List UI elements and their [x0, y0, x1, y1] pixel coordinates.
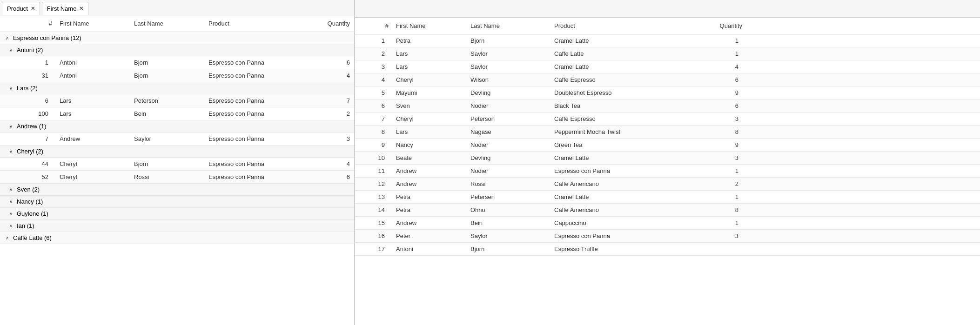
cell-num: 16	[355, 230, 392, 242]
cell-product: Cramel Latte	[550, 152, 690, 164]
cell-firstname: Petra	[392, 191, 467, 203]
cell-firstname: Antoni	[392, 243, 467, 255]
left-col-num: #	[0, 18, 56, 29]
cell-lastname: Peterson	[467, 113, 550, 125]
tab-product[interactable]: Product ✕	[2, 2, 40, 15]
tabs-bar: Product ✕ First Name ✕	[0, 0, 354, 15]
cell-quantity: 1	[690, 34, 746, 47]
cell-product: Espresso con Panna	[205, 171, 298, 183]
cell-product: Espresso con Panna	[205, 69, 298, 82]
cell-product: Green Tea	[550, 139, 690, 151]
cell-firstname: Peter	[392, 230, 467, 242]
subgroup-row-sven[interactable]: ∨ Sven (2)	[0, 184, 354, 196]
tab-firstname[interactable]: First Name ✕	[42, 2, 89, 15]
tab-firstname-close[interactable]: ✕	[79, 6, 83, 12]
cell-num: 6	[355, 99, 392, 112]
cell-product: Espresso con Panna	[205, 158, 298, 170]
cell-product: Espresso con Panna	[205, 107, 298, 120]
cell-product: Espresso con Panna	[205, 94, 298, 107]
group-row-caffe-latte[interactable]: ∧ Caffe Latte (6)	[0, 232, 354, 244]
cell-num: 1	[355, 34, 392, 47]
cell-num: 7	[355, 113, 392, 125]
subgroup-row-nancy[interactable]: ∨ Nancy (1)	[0, 196, 354, 208]
cell-quantity: 6	[298, 56, 354, 69]
cell-lastname: Peterson	[130, 94, 205, 107]
cell-quantity	[690, 243, 746, 255]
cell-num: 3	[355, 60, 392, 73]
group-row-espresso[interactable]: ∧ Espresso con Panna (12)	[0, 32, 354, 44]
chevron-antoni: ∧	[9, 47, 15, 53]
subgroup-row-ian[interactable]: ∨ Ian (1)	[0, 220, 354, 232]
table-row: 17 Antoni Bjorn Espresso Truffle	[355, 243, 980, 256]
cell-lastname: Saylor	[467, 47, 550, 60]
cell-num: 11	[355, 165, 392, 177]
table-row: 5 Mayumi Devling Doubleshot Espresso 9	[355, 86, 980, 99]
chevron-nancy: ∨	[9, 199, 15, 204]
cell-quantity: 2	[298, 107, 354, 120]
table-row: 12 Andrew Rossi Caffe Americano 2	[355, 178, 980, 191]
table-row: 10 Beate Devling Cramel Latte 3	[355, 152, 980, 165]
cell-product: Caffe Latte	[550, 47, 690, 60]
right-top-spacer	[355, 0, 980, 18]
cell-firstname: Cheryl	[392, 73, 467, 86]
table-row: 14 Petra Ohno Caffe Americano 8	[355, 204, 980, 217]
cell-product: Caffe Americano	[550, 204, 690, 216]
left-table-header: # First Name Last Name Product Quantity	[0, 15, 354, 32]
left-col-lastname: Last Name	[130, 18, 205, 29]
table-row: 8 Lars Nagase Peppermint Mocha Twist 8	[355, 126, 980, 139]
cell-lastname: Saylor	[467, 60, 550, 73]
cell-lastname: Bein	[130, 107, 205, 120]
cell-firstname: Lars	[56, 107, 130, 120]
subgroup-label-lars: Lars (2)	[17, 85, 38, 92]
cell-quantity: 3	[298, 133, 354, 145]
cell-firstname: Petra	[392, 34, 467, 47]
subgroup-row-lars[interactable]: ∧ Lars (2)	[0, 82, 354, 94]
cell-lastname: Nagase	[467, 126, 550, 138]
cell-num: 8	[355, 126, 392, 138]
group-label-espresso: Espresso con Panna (12)	[13, 34, 81, 41]
cell-lastname: Bjorn	[130, 158, 205, 170]
table-row: 15 Andrew Bein Cappuccino 1	[355, 217, 980, 230]
chevron-cheryl: ∧	[9, 149, 15, 154]
cell-num: 7	[0, 133, 56, 145]
cell-num: 52	[0, 171, 56, 183]
subgroup-row-antoni[interactable]: ∧ Antoni (2)	[0, 44, 354, 56]
tab-firstname-label: First Name	[47, 5, 77, 12]
right-col-firstname: First Name	[392, 20, 467, 31]
table-row: 1 Petra Bjorn Cramel Latte 1	[355, 34, 980, 47]
cell-num: 15	[355, 217, 392, 229]
cell-product: Caffe Espresso	[550, 113, 690, 125]
cell-lastname: Ohno	[467, 204, 550, 216]
right-col-product: Product	[550, 20, 690, 31]
cell-num: 1	[0, 56, 56, 69]
cell-lastname: Saylor	[467, 230, 550, 242]
table-row: 6 Lars Peterson Espresso con Panna 7	[0, 94, 354, 107]
cell-num: 9	[355, 139, 392, 151]
left-col-quantity: Quantity	[298, 18, 354, 29]
tab-product-label: Product	[7, 5, 28, 12]
cell-lastname: Rossi	[130, 171, 205, 183]
subgroup-row-guylene[interactable]: ∨ Guylene (1)	[0, 208, 354, 220]
subgroup-label-andrew: Andrew (1)	[17, 123, 47, 130]
cell-product: Cramel Latte	[550, 191, 690, 203]
subgroup-row-cheryl[interactable]: ∧ Cheryl (2)	[0, 146, 354, 158]
cell-quantity: 6	[298, 171, 354, 183]
subgroup-row-andrew[interactable]: ∧ Andrew (1)	[0, 120, 354, 133]
right-col-lastname: Last Name	[467, 20, 550, 31]
cell-lastname: Devling	[467, 152, 550, 164]
cell-quantity: 4	[298, 158, 354, 170]
table-row: 4 Cheryl Wilson Caffe Espresso 6	[355, 73, 980, 86]
cell-num: 31	[0, 69, 56, 82]
tab-product-close[interactable]: ✕	[31, 6, 35, 12]
left-table-body: ∧ Espresso con Panna (12) ∧ Antoni (2) 1…	[0, 32, 354, 325]
cell-lastname: Bjorn	[130, 69, 205, 82]
right-panel: # First Name Last Name Product Quantity …	[355, 0, 980, 325]
cell-product: Espresso con Panna	[550, 165, 690, 177]
cell-lastname: Petersen	[467, 191, 550, 203]
cell-product: Caffe Americano	[550, 178, 690, 190]
cell-product: Espresso con Panna	[205, 56, 298, 69]
cell-lastname: Bjorn	[467, 34, 550, 47]
cell-quantity: 9	[690, 86, 746, 99]
cell-product: Espresso Truffle	[550, 243, 690, 255]
table-row: 52 Cheryl Rossi Espresso con Panna 6	[0, 171, 354, 184]
